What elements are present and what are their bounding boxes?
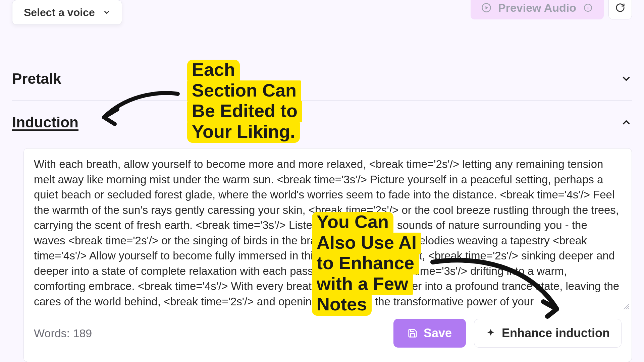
svg-line-7 [628, 308, 629, 309]
callout-edit-sections: Each Section Can Be Edited to Your Likin… [187, 60, 302, 142]
chevron-down-icon [621, 73, 632, 84]
word-count: Words: 189 [34, 327, 92, 340]
resize-handle-icon[interactable] [622, 303, 629, 309]
enhance-induction-button[interactable]: Enhance induction [474, 319, 622, 348]
sparkle-icon [486, 328, 496, 338]
section-title: Induction [12, 114, 78, 131]
preview-audio-label: Preview Audio [498, 1, 576, 14]
arrow-icon [94, 87, 181, 127]
save-label: Save [424, 326, 452, 340]
chevron-down-icon [103, 9, 110, 16]
enhance-label: Enhance induction [502, 326, 610, 340]
refresh-button[interactable] [608, 0, 632, 19]
preview-audio-button[interactable]: Preview Audio [471, 0, 604, 19]
play-circle-icon [481, 2, 492, 13]
save-button[interactable]: Save [393, 319, 466, 348]
voice-select-button[interactable]: Select a voice [12, 0, 122, 25]
callout-ai-enhance: You Can Also Use AI to Enhance with a Fe… [312, 212, 421, 315]
chevron-up-icon [621, 117, 632, 128]
arrow-icon [429, 252, 570, 322]
refresh-icon [615, 3, 625, 13]
editor-footer: Words: 189 Save Enhance induction [34, 318, 622, 348]
voice-select-label: Select a voice [24, 6, 95, 19]
info-circle-icon [582, 2, 594, 13]
svg-marker-1 [485, 6, 488, 9]
save-icon [408, 328, 418, 338]
section-title: Pretalk [12, 70, 61, 87]
